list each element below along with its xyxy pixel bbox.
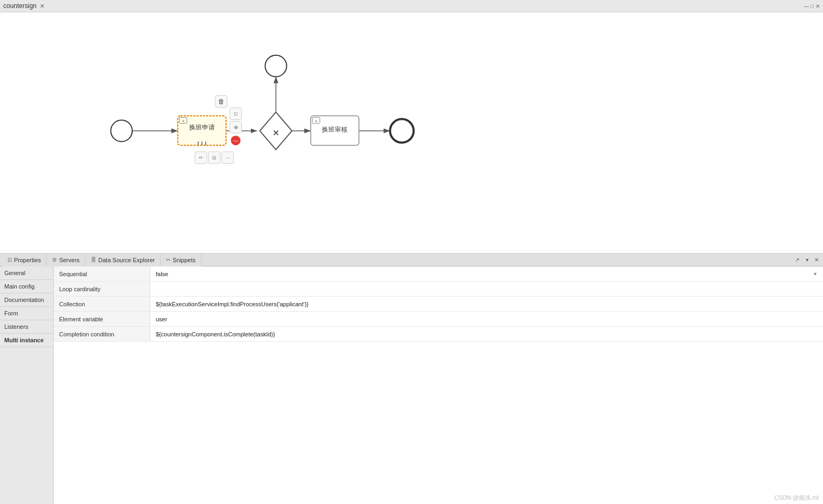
sidebar-item-documentation[interactable]: Documentation: [0, 293, 53, 307]
prop-label-element-variable: Element variable: [54, 312, 150, 326]
panel-action-export[interactable]: ↗: [793, 256, 802, 264]
svg-text:⊡: ⊡: [234, 111, 238, 117]
sidebar-item-main-config[interactable]: Main config: [0, 280, 53, 293]
prop-label-loop-cardinality: Loop cardinality: [54, 282, 150, 296]
svg-text:—: —: [233, 138, 239, 143]
svg-text:→: →: [225, 155, 230, 161]
prop-value-sequential[interactable]: false true ▼: [150, 267, 823, 281]
task2-label: 换班审核: [322, 126, 348, 133]
props-tabs: ⊡ Properties ⚙ Servers 🗄 Data Source Exp…: [0, 254, 823, 267]
datasource-tab-icon: 🗄: [91, 257, 96, 263]
prop-value-loop-cardinality[interactable]: [150, 282, 823, 296]
prop-row-completion-condition: Completion condition: [54, 327, 823, 342]
props-main: Sequential false true ▼ Loop cardinality: [54, 267, 823, 504]
sidebar-item-general[interactable]: General: [0, 267, 53, 280]
svg-text:✏: ✏: [199, 155, 204, 161]
element-variable-input[interactable]: [154, 315, 820, 323]
end-event2: [265, 55, 287, 77]
loop-cardinality-input[interactable]: [154, 285, 820, 293]
sidebar-item-multi-instance[interactable]: Multi instance: [0, 334, 53, 347]
prop-label-collection: Collection: [54, 297, 150, 311]
svg-text:◆: ◆: [234, 124, 239, 130]
title-bar: countersign ✕ — □ ✕: [0, 0, 823, 12]
collection-input[interactable]: [154, 300, 820, 308]
datasource-tab-label: Data Source Explorer: [98, 257, 155, 263]
panel-action-close[interactable]: ✕: [812, 256, 821, 264]
canvas-area: ≡ 换班申请 ✕ ≡ 换班审核 🗑 ⊡ ◆ — ✏ ⧉: [0, 12, 823, 254]
properties-tab-label: Properties: [14, 257, 41, 263]
close-tab-icon[interactable]: ✕: [40, 3, 45, 10]
tab-snippets[interactable]: ✂ Snippets: [161, 254, 201, 267]
svg-text:⧉: ⧉: [212, 155, 216, 161]
title-text: countersign: [3, 2, 37, 10]
restore-icon[interactable]: □: [811, 3, 814, 9]
servers-tab-icon: ⚙: [52, 257, 57, 263]
prop-label-completion-condition: Completion condition: [54, 327, 150, 341]
sequential-select[interactable]: false true: [154, 270, 820, 278]
completion-condition-input[interactable]: [154, 330, 820, 339]
props-sidebar: General Main config Documentation Form L…: [0, 267, 54, 504]
properties-tab-icon: ⊡: [8, 257, 12, 263]
tab-datasource[interactable]: 🗄 Data Source Explorer: [85, 254, 161, 267]
sidebar-item-listeners[interactable]: Listeners: [0, 320, 53, 334]
svg-text:≡: ≡: [315, 119, 317, 123]
prop-value-collection[interactable]: [150, 297, 823, 311]
svg-text:✕: ✕: [272, 128, 279, 138]
prop-row-element-variable: Element variable: [54, 312, 823, 327]
minimize-icon[interactable]: —: [804, 3, 809, 9]
tab-properties[interactable]: ⊡ Properties: [2, 254, 47, 267]
prop-row-loop-cardinality: Loop cardinality: [54, 282, 823, 297]
properties-panel: ⊡ Properties ⚙ Servers 🗄 Data Source Exp…: [0, 254, 823, 504]
close-window-icon[interactable]: ✕: [815, 3, 820, 9]
panel-action-menu[interactable]: ▾: [803, 256, 811, 264]
props-content: General Main config Documentation Form L…: [0, 267, 823, 504]
prop-row-collection: Collection: [54, 297, 823, 312]
svg-text:≡: ≡: [182, 119, 184, 123]
end-event: [390, 119, 414, 143]
servers-tab-label: Servers: [59, 257, 80, 263]
start-event: [111, 120, 132, 142]
sidebar-item-form[interactable]: Form: [0, 307, 53, 320]
prop-label-sequential: Sequential: [54, 267, 150, 281]
tab-servers[interactable]: ⚙ Servers: [47, 254, 85, 267]
prop-row-sequential: Sequential false true ▼: [54, 267, 823, 282]
prop-value-element-variable[interactable]: [150, 312, 823, 326]
prop-value-completion-condition[interactable]: [150, 327, 823, 341]
snippets-tab-icon: ✂: [166, 257, 170, 263]
svg-text:🗑: 🗑: [218, 98, 225, 105]
watermark: CSDN @掘浅.mf: [774, 494, 819, 502]
snippets-tab-label: Snippets: [172, 257, 196, 263]
task1-label: 换班申请: [189, 124, 215, 131]
